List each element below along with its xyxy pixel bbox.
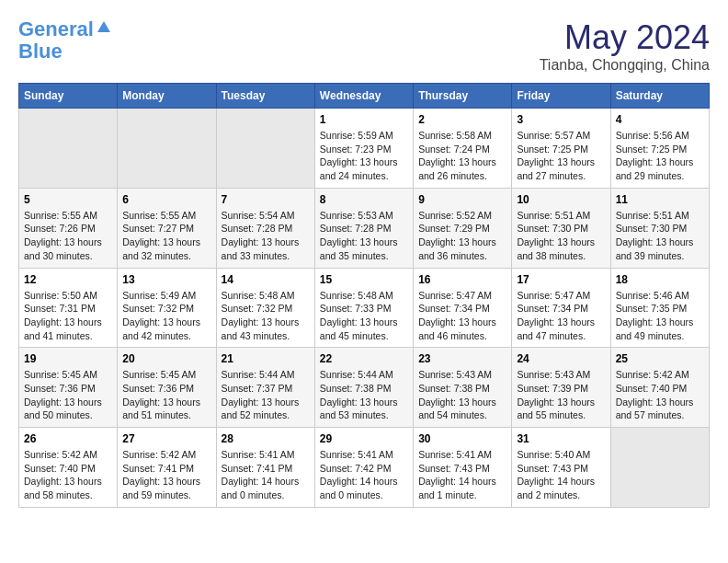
page-header: General Blue May 2024 Tianba, Chongqing,…	[18, 18, 710, 74]
day-cell: 2Sunrise: 5:58 AM Sunset: 7:24 PM Daylig…	[414, 109, 512, 189]
week-row-4: 19Sunrise: 5:45 AM Sunset: 7:36 PM Dayli…	[19, 348, 710, 428]
day-number: 11	[616, 193, 704, 206]
day-info: Sunrise: 5:43 AM Sunset: 7:39 PM Dayligh…	[517, 368, 605, 422]
day-cell	[118, 109, 216, 189]
day-number: 30	[418, 432, 506, 445]
day-cell: 21Sunrise: 5:44 AM Sunset: 7:37 PM Dayli…	[216, 348, 314, 428]
day-cell: 30Sunrise: 5:41 AM Sunset: 7:43 PM Dayli…	[414, 428, 512, 508]
day-cell: 18Sunrise: 5:46 AM Sunset: 7:35 PM Dayli…	[610, 268, 709, 348]
day-info: Sunrise: 5:42 AM Sunset: 7:40 PM Dayligh…	[616, 368, 704, 422]
day-number: 5	[24, 193, 112, 206]
day-cell: 1Sunrise: 5:59 AM Sunset: 7:23 PM Daylig…	[314, 109, 413, 189]
logo-text: General	[18, 18, 112, 40]
day-info: Sunrise: 5:42 AM Sunset: 7:41 PM Dayligh…	[122, 448, 210, 502]
day-number: 31	[517, 432, 605, 445]
day-number: 12	[24, 273, 112, 286]
day-number: 17	[517, 273, 605, 286]
day-info: Sunrise: 5:42 AM Sunset: 7:40 PM Dayligh…	[24, 448, 112, 502]
day-cell	[610, 428, 709, 508]
day-info: Sunrise: 5:47 AM Sunset: 7:34 PM Dayligh…	[418, 289, 506, 343]
day-info: Sunrise: 5:41 AM Sunset: 7:41 PM Dayligh…	[222, 448, 310, 502]
day-number: 22	[320, 352, 408, 365]
day-info: Sunrise: 5:52 AM Sunset: 7:29 PM Dayligh…	[418, 209, 506, 263]
day-info: Sunrise: 5:46 AM Sunset: 7:35 PM Dayligh…	[616, 289, 704, 343]
day-info: Sunrise: 5:41 AM Sunset: 7:43 PM Dayligh…	[418, 448, 506, 502]
day-cell: 14Sunrise: 5:48 AM Sunset: 7:32 PM Dayli…	[216, 268, 314, 348]
day-cell: 20Sunrise: 5:45 AM Sunset: 7:36 PM Dayli…	[118, 348, 216, 428]
day-cell	[19, 109, 118, 189]
day-number: 9	[418, 193, 506, 206]
day-cell: 26Sunrise: 5:42 AM Sunset: 7:40 PM Dayli…	[19, 428, 118, 508]
day-cell: 29Sunrise: 5:41 AM Sunset: 7:42 PM Dayli…	[314, 428, 413, 508]
day-info: Sunrise: 5:50 AM Sunset: 7:31 PM Dayligh…	[24, 289, 112, 343]
day-info: Sunrise: 5:49 AM Sunset: 7:32 PM Dayligh…	[122, 289, 210, 343]
header-saturday: Saturday	[610, 84, 709, 109]
day-cell	[216, 109, 314, 189]
calendar-table: SundayMondayTuesdayWednesdayThursdayFrid…	[18, 83, 710, 508]
header-tuesday: Tuesday	[216, 84, 314, 109]
day-cell: 11Sunrise: 5:51 AM Sunset: 7:30 PM Dayli…	[610, 188, 709, 268]
day-number: 19	[24, 352, 112, 365]
day-cell: 8Sunrise: 5:53 AM Sunset: 7:28 PM Daylig…	[314, 188, 413, 268]
day-number: 23	[418, 352, 506, 365]
day-cell: 27Sunrise: 5:42 AM Sunset: 7:41 PM Dayli…	[118, 428, 216, 508]
day-number: 14	[222, 273, 310, 286]
day-cell: 6Sunrise: 5:55 AM Sunset: 7:27 PM Daylig…	[118, 188, 216, 268]
day-cell: 23Sunrise: 5:43 AM Sunset: 7:38 PM Dayli…	[414, 348, 512, 428]
day-info: Sunrise: 5:56 AM Sunset: 7:25 PM Dayligh…	[616, 129, 704, 183]
month-title: May 2024	[540, 18, 710, 57]
week-row-2: 5Sunrise: 5:55 AM Sunset: 7:26 PM Daylig…	[19, 188, 710, 268]
day-cell: 3Sunrise: 5:57 AM Sunset: 7:25 PM Daylig…	[512, 109, 610, 189]
day-number: 26	[24, 432, 112, 445]
day-info: Sunrise: 5:40 AM Sunset: 7:43 PM Dayligh…	[517, 448, 605, 502]
day-number: 10	[517, 193, 605, 206]
logo-blue: Blue	[18, 40, 112, 63]
day-number: 24	[517, 352, 605, 365]
day-info: Sunrise: 5:47 AM Sunset: 7:34 PM Dayligh…	[517, 289, 605, 343]
day-info: Sunrise: 5:51 AM Sunset: 7:30 PM Dayligh…	[616, 209, 704, 263]
day-cell: 16Sunrise: 5:47 AM Sunset: 7:34 PM Dayli…	[414, 268, 512, 348]
title-block: May 2024 Tianba, Chongqing, China	[540, 18, 710, 74]
day-number: 25	[616, 352, 704, 365]
week-row-3: 12Sunrise: 5:50 AM Sunset: 7:31 PM Dayli…	[19, 268, 710, 348]
day-number: 28	[222, 432, 310, 445]
day-cell: 4Sunrise: 5:56 AM Sunset: 7:25 PM Daylig…	[610, 109, 709, 189]
day-info: Sunrise: 5:48 AM Sunset: 7:32 PM Dayligh…	[222, 289, 310, 343]
day-cell: 19Sunrise: 5:45 AM Sunset: 7:36 PM Dayli…	[19, 348, 118, 428]
day-cell: 9Sunrise: 5:52 AM Sunset: 7:29 PM Daylig…	[414, 188, 512, 268]
day-info: Sunrise: 5:59 AM Sunset: 7:23 PM Dayligh…	[320, 129, 408, 183]
day-number: 3	[517, 113, 605, 126]
logo-general: General	[18, 17, 94, 40]
week-row-1: 1Sunrise: 5:59 AM Sunset: 7:23 PM Daylig…	[19, 109, 710, 189]
day-number: 20	[122, 352, 210, 365]
day-number: 15	[320, 273, 408, 286]
day-number: 4	[616, 113, 704, 126]
day-cell: 25Sunrise: 5:42 AM Sunset: 7:40 PM Dayli…	[610, 348, 709, 428]
header-friday: Friday	[512, 84, 610, 109]
day-cell: 5Sunrise: 5:55 AM Sunset: 7:26 PM Daylig…	[19, 188, 118, 268]
location: Tianba, Chongqing, China	[540, 57, 710, 74]
day-info: Sunrise: 5:51 AM Sunset: 7:30 PM Dayligh…	[517, 209, 605, 263]
day-info: Sunrise: 5:57 AM Sunset: 7:25 PM Dayligh…	[517, 129, 605, 183]
day-info: Sunrise: 5:43 AM Sunset: 7:38 PM Dayligh…	[418, 368, 506, 422]
day-cell: 31Sunrise: 5:40 AM Sunset: 7:43 PM Dayli…	[512, 428, 610, 508]
day-number: 16	[418, 273, 506, 286]
day-cell: 13Sunrise: 5:49 AM Sunset: 7:32 PM Dayli…	[118, 268, 216, 348]
header-wednesday: Wednesday	[314, 84, 413, 109]
day-info: Sunrise: 5:54 AM Sunset: 7:28 PM Dayligh…	[222, 209, 310, 263]
day-number: 29	[320, 432, 408, 445]
day-number: 27	[122, 432, 210, 445]
day-cell: 17Sunrise: 5:47 AM Sunset: 7:34 PM Dayli…	[512, 268, 610, 348]
day-info: Sunrise: 5:58 AM Sunset: 7:24 PM Dayligh…	[418, 129, 506, 183]
day-cell: 28Sunrise: 5:41 AM Sunset: 7:41 PM Dayli…	[216, 428, 314, 508]
day-number: 18	[616, 273, 704, 286]
day-cell: 12Sunrise: 5:50 AM Sunset: 7:31 PM Dayli…	[19, 268, 118, 348]
day-info: Sunrise: 5:44 AM Sunset: 7:37 PM Dayligh…	[222, 368, 310, 422]
logo-icon	[96, 19, 112, 36]
day-number: 1	[320, 113, 408, 126]
header-thursday: Thursday	[414, 84, 512, 109]
day-number: 6	[122, 193, 210, 206]
day-info: Sunrise: 5:48 AM Sunset: 7:33 PM Dayligh…	[320, 289, 408, 343]
svg-marker-0	[97, 21, 110, 32]
day-number: 21	[222, 352, 310, 365]
